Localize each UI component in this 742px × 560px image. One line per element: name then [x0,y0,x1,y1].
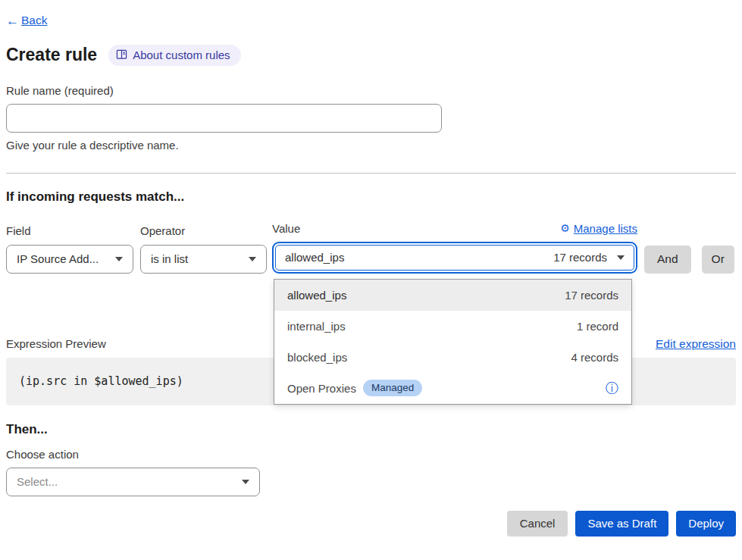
manage-lists-label: Manage lists [574,222,637,235]
title-row: Create rule About custom rules [6,45,736,66]
gear-icon: ⚙ [560,222,570,234]
choose-action-label: Choose action [6,448,736,461]
list-option-internal-ips[interactable]: internal_ips 1 record [274,311,631,342]
rule-name-input[interactable] [6,104,442,133]
expression-code: (ip.src in $allowed_ips) [19,374,183,388]
managed-badge: Managed [363,380,422,396]
list-option-name: Open Proxies [287,382,356,395]
list-option-name: internal_ips [287,320,346,333]
action-select-placeholder: Select... [17,475,58,488]
expression-preview-label: Expression Preview [6,337,106,350]
rule-name-helper-text: Give your rule a descriptive name. [6,139,736,152]
list-option-record-count: 4 records [571,351,618,364]
value-select[interactable]: allowed_ips 17 records [275,245,634,271]
rule-name-label: Rule name (required) [6,84,736,97]
operator-column: Operator is in list [140,224,267,274]
list-dropdown-panel: allowed_ips 17 records internal_ips 1 re… [274,279,632,405]
back-arrow-icon: ← [6,14,19,27]
chevron-down-icon [115,257,123,261]
list-option-name: allowed_ips [287,289,346,302]
match-section-heading: If incoming requests match... [6,189,736,205]
value-select-selected: allowed_ips [285,251,344,264]
then-section-heading: Then... [6,422,736,437]
cancel-button[interactable]: Cancel [507,511,568,537]
section-divider [6,173,736,174]
condition-row: Field IP Source Add... Operator is in li… [6,222,736,274]
operator-select-value: is in list [151,252,188,265]
about-custom-rules-link[interactable]: About custom rules [108,45,240,66]
back-link-label: Back [21,14,47,27]
list-option-open-proxies[interactable]: Open Proxies Managed ⓘ [274,373,631,404]
chevron-down-icon [617,255,625,260]
footer-actions: Cancel Save as Draft Deploy [6,511,736,537]
list-option-allowed-ips[interactable]: allowed_ips 17 records [274,280,631,311]
operator-select[interactable]: is in list [140,245,267,274]
chevron-down-icon [242,480,249,484]
value-select-focus-ring: allowed_ips 17 records [272,242,637,274]
back-link[interactable]: ←Back [6,14,47,27]
field-select[interactable]: IP Source Add... [6,245,133,274]
field-select-value: IP Source Add... [17,252,99,265]
operator-label: Operator [140,224,267,237]
action-select[interactable]: Select... [6,468,260,496]
list-option-blocked-ips[interactable]: blocked_ips 4 records [274,342,631,373]
save-as-draft-button[interactable]: Save as Draft [575,511,668,537]
and-button[interactable]: And [644,246,691,274]
value-label: Value [272,222,300,235]
field-label: Field [6,224,133,237]
deploy-button[interactable]: Deploy [676,511,736,537]
or-button[interactable]: Or [702,246,734,274]
value-column: Value ⚙ Manage lists allowed_ips 17 reco… [272,222,637,274]
about-custom-rules-label: About custom rules [133,48,230,61]
value-select-record-count: 17 records [553,251,607,264]
manage-lists-link[interactable]: ⚙ Manage lists [560,222,637,235]
list-option-record-count: 17 records [565,289,618,302]
book-icon [116,49,127,60]
info-icon[interactable]: ⓘ [606,382,618,395]
edit-expression-link[interactable]: Edit expression [656,337,736,351]
value-label-row: Value ⚙ Manage lists [272,222,637,235]
list-option-name: blocked_ips [287,351,347,364]
value-select-right: 17 records [553,251,625,264]
list-option-record-count: 1 record [577,320,618,333]
field-column: Field IP Source Add... [6,224,133,274]
create-rule-page: ←Back Create rule About custom rules Rul… [0,0,742,537]
chevron-down-icon [249,257,256,261]
page-title: Create rule [6,45,97,65]
